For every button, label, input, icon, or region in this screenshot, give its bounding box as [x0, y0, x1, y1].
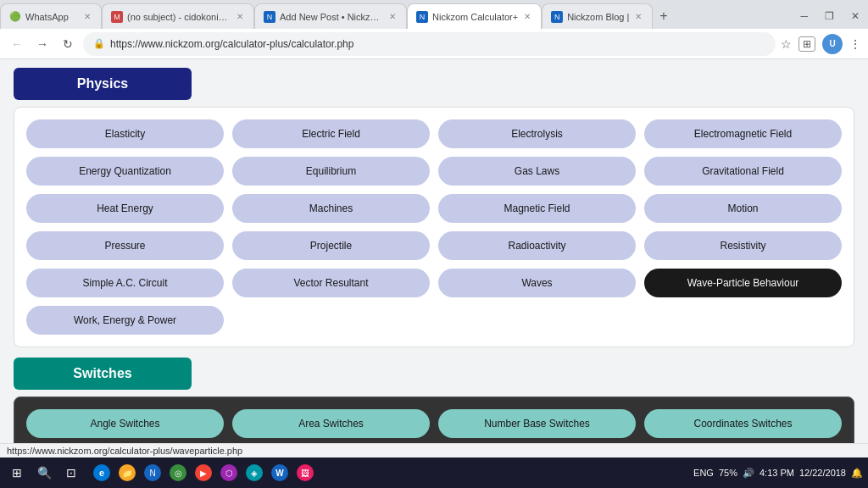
language-indicator: ENG	[693, 468, 714, 478]
physics-btn-electromagnetic-field[interactable]: Electromagnetic Field	[644, 119, 842, 148]
physics-btn-projectile[interactable]: Projectile	[232, 231, 430, 260]
tab-close-icon[interactable]: ✕	[522, 10, 532, 23]
taskbar-right: ENG 75% 🔊 4:13 PM 12/22/2018 🔔	[693, 468, 863, 479]
tab-nickzom-blog[interactable]: N Nickzom Blog | ✕	[542, 3, 653, 29]
physics-btn-wave-particle-behaviour[interactable]: Wave-Particle Behaviour	[644, 269, 842, 297]
taskbar-apps: e 📁 N ◎ ▶ ⬡ ◈ W 🖼	[90, 461, 317, 485]
tab-close-icon[interactable]: ✕	[387, 10, 398, 23]
blog2-tab-icon: N	[551, 11, 563, 23]
tab-close-icon[interactable]: ✕	[633, 10, 643, 23]
physics-btn-energy-quantization[interactable]: Energy Quantization	[26, 157, 224, 186]
taskbar-app5[interactable]: ▶	[192, 461, 215, 485]
bookmark-icon[interactable]: ☆	[781, 37, 792, 51]
physics-header: Physics	[14, 68, 192, 100]
window-controls: ─ ❐ ✕	[795, 3, 868, 29]
new-tab-button[interactable]: +	[653, 3, 674, 29]
tab-label: Nickzom Blog |	[567, 12, 629, 22]
physics-grid: ElasticityElectric FieldElectrolysisElec…	[14, 107, 854, 347]
notification-icon[interactable]: 🔔	[851, 468, 863, 479]
switches-section: Switches Angle SwitchesArea SwitchesNumb…	[14, 358, 854, 443]
status-url: https://www.nickzom.org/calculator-plus/…	[7, 446, 242, 456]
physics-btn-vector-resultant[interactable]: Vector Resultant	[232, 269, 430, 297]
speaker-icon: 🔊	[743, 468, 754, 479]
restore-button[interactable]: ❐	[820, 7, 839, 25]
physics-btn-resistivity[interactable]: Resistivity	[644, 231, 842, 260]
physics-btn-gravitational-field[interactable]: Gravitational Field	[644, 157, 842, 186]
physics-btn-pressure[interactable]: Pressure	[26, 231, 224, 260]
tab-blog-post[interactable]: N Add New Post • Nickzom Blog ✕	[254, 3, 407, 29]
physics-btn-equilibrium[interactable]: Equilibrium	[232, 157, 430, 186]
menu-icon[interactable]: ⋮	[849, 37, 861, 51]
status-bar: https://www.nickzom.org/calculator-plus/…	[0, 443, 868, 458]
back-button[interactable]: ←	[7, 34, 27, 54]
tab-close-icon[interactable]: ✕	[235, 10, 245, 23]
physics-btn-electric-field[interactable]: Electric Field	[232, 119, 430, 148]
task-view-button[interactable]: ⊡	[59, 461, 83, 485]
switches-grid: Angle SwitchesArea SwitchesNumber Base S…	[14, 396, 854, 443]
switches-btn-area-switches[interactable]: Area Switches	[232, 409, 430, 438]
taskbar-edge[interactable]: e	[90, 461, 114, 485]
taskbar-app3[interactable]: N	[141, 461, 164, 485]
calc-tab-icon: N	[416, 11, 428, 23]
extensions-icon[interactable]: ⊞	[798, 36, 815, 52]
physics-btn-magnetic-field[interactable]: Magnetic Field	[438, 194, 636, 223]
taskbar-word[interactable]: W	[268, 461, 292, 485]
taskbar-explorer[interactable]: 📁	[115, 461, 139, 485]
email-tab-icon: M	[111, 11, 123, 23]
reload-button[interactable]: ↻	[58, 34, 78, 54]
switches-btn-angle-switches[interactable]: Angle Switches	[26, 409, 224, 438]
physics-btn-radioactivity[interactable]: Radioactivity	[438, 231, 636, 260]
whatsapp-icon: 🟢	[9, 11, 21, 23]
physics-btn-gas-laws[interactable]: Gas Laws	[438, 157, 636, 186]
forward-button[interactable]: →	[32, 34, 53, 54]
tab-bar: 🟢 WhatsApp ✕ M (no subject) - cidokonich…	[0, 0, 868, 29]
tab-close-icon[interactable]: ✕	[82, 10, 92, 23]
tab-label: (no subject) - cidokonicholas@...	[127, 12, 231, 22]
tab-label: Add New Post • Nickzom Blog	[280, 12, 383, 22]
switches-btn-coordinates-switches[interactable]: Coordinates Switches	[644, 409, 842, 438]
taskbar-app6[interactable]: ⬡	[217, 461, 241, 485]
switches-header: Switches	[14, 358, 192, 390]
physics-btn-motion[interactable]: Motion	[644, 194, 842, 223]
tab-calculator[interactable]: N Nickzom Calculator+ ✕	[407, 3, 542, 29]
page-content: Physics ElasticityElectric FieldElectrol…	[0, 59, 868, 443]
tab-email[interactable]: M (no subject) - cidokonicholas@... ✕	[102, 3, 254, 29]
physics-btn-work-energy--power[interactable]: Work, Energy & Power	[26, 306, 224, 335]
time-display: 4:13 PM	[760, 468, 794, 478]
taskbar-app4[interactable]: ◎	[166, 461, 190, 485]
taskbar-photos[interactable]: 🖼	[293, 461, 317, 485]
switches-btn-number-base-switches[interactable]: Number Base Switches	[438, 409, 636, 438]
blog-tab-icon: N	[264, 11, 275, 23]
secure-icon: 🔒	[93, 38, 105, 49]
physics-btn-electrolysis[interactable]: Electrolysis	[438, 119, 636, 148]
browser-toolbar-right: ☆ ⊞ U ⋮	[781, 34, 861, 54]
minimize-button[interactable]: ─	[795, 7, 813, 25]
physics-btn-elasticity[interactable]: Elasticity	[26, 119, 224, 148]
physics-section: Physics ElasticityElectric FieldElectrol…	[14, 68, 854, 347]
address-bar[interactable]: 🔒 https://www.nickzom.org/calculator-plu…	[83, 32, 776, 56]
tab-whatsapp[interactable]: 🟢 WhatsApp ✕	[0, 3, 102, 29]
date-display: 12/22/2018	[799, 468, 846, 478]
start-button[interactable]: ⊞	[5, 461, 29, 485]
physics-btn-simple-ac-circuit[interactable]: Simple A.C. Circuit	[26, 269, 224, 297]
navigation-bar: ← → ↻ 🔒 https://www.nickzom.org/calculat…	[0, 29, 868, 59]
physics-btn-machines[interactable]: Machines	[232, 194, 430, 223]
url-text: https://www.nickzom.org/calculator-plus/…	[110, 38, 765, 50]
tab-label: WhatsApp	[25, 12, 78, 22]
close-window-button[interactable]: ✕	[846, 7, 865, 25]
taskbar: ⊞ 🔍 ⊡ e 📁 N ◎ ▶ ⬡ ◈ W 🖼 ENG 75%	[0, 458, 868, 488]
physics-btn-waves[interactable]: Waves	[438, 269, 636, 297]
tab-label: Nickzom Calculator+	[432, 12, 518, 22]
battery-text: 75%	[719, 468, 737, 478]
profile-avatar[interactable]: U	[822, 34, 843, 54]
search-button[interactable]: 🔍	[32, 461, 56, 485]
taskbar-app7[interactable]: ◈	[242, 461, 266, 485]
physics-btn-heat-energy[interactable]: Heat Energy	[26, 194, 224, 223]
browser-chrome: 🟢 WhatsApp ✕ M (no subject) - cidokonich…	[0, 0, 868, 59]
